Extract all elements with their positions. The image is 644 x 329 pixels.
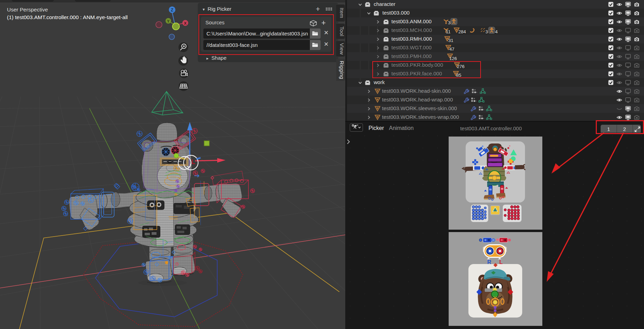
svg-text:Z: Z	[171, 8, 173, 13]
svg-text:Y: Y	[167, 19, 170, 23]
svg-text:X: X	[184, 21, 187, 25]
